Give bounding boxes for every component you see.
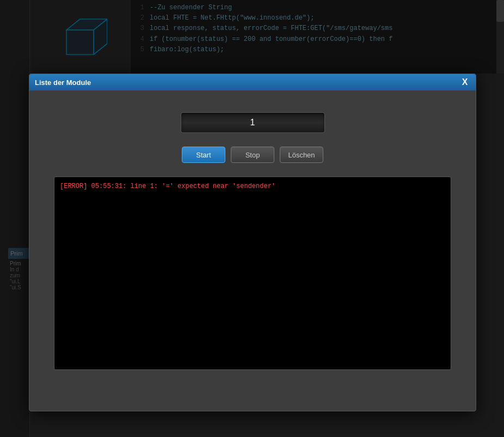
stop-button[interactable]: Stop — [231, 147, 274, 163]
modal-body: 1 Start Stop Löschen [ERROR] 05:55:31: l… — [29, 90, 476, 381]
modal-header: Liste der Module X — [29, 74, 476, 90]
modal-close-button[interactable]: X — [459, 77, 470, 88]
modal-dialog: Liste der Module X 1 Start Stop Löschen … — [29, 74, 476, 411]
number-display: 1 — [181, 112, 325, 133]
error-message: [ERROR] 05:55:31: line 1: '=' expected n… — [60, 183, 445, 190]
buttons-row: Start Stop Löschen — [182, 147, 323, 163]
console-output: [ERROR] 05:55:31: line 1: '=' expected n… — [54, 177, 451, 370]
loschen-button[interactable]: Löschen — [280, 147, 323, 163]
modal-title: Liste der Module — [35, 78, 91, 87]
start-button[interactable]: Start — [182, 147, 225, 163]
